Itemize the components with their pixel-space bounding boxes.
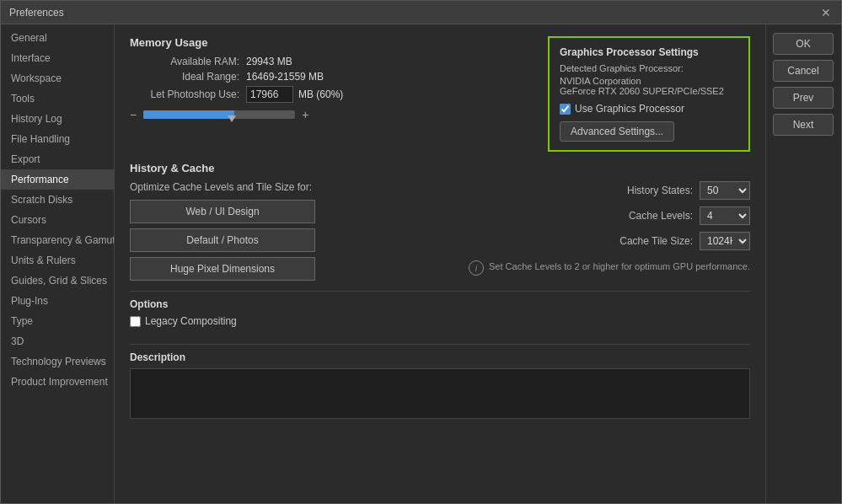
slider-plus-icon[interactable]: + [302,108,308,121]
let-photoshop-label: Let Photoshop Use: [130,88,239,100]
content-area: Memory Usage Available RAM: 29943 MB Ide… [115,24,765,503]
let-photoshop-row: Let Photoshop Use: MB (60%) [130,86,538,103]
cache-tile-row: Cache Tile Size: 1024K 512K [469,232,750,250]
slider-fill [143,110,234,119]
top-row: Memory Usage Available RAM: 29943 MB Ide… [130,36,750,152]
next-button[interactable]: Next [773,114,834,136]
available-ram-label: Available RAM: [130,56,239,67]
history-cache-section: History & Cache Optimize Cache Levels an… [130,162,750,281]
gpu-name: NVIDIA Corporation GeForce RTX 2060 SUPE… [560,76,738,96]
description-title: Description [130,351,750,363]
sidebar-item-general[interactable]: General [1,28,114,48]
cache-controls: Optimize Cache Levels and Tile Size for:… [130,181,452,281]
cache-tile-select[interactable]: 1024K 512K [700,232,750,250]
memory-usage-section: Memory Usage Available RAM: 29943 MB Ide… [130,36,538,152]
info-icon: i [469,260,484,276]
sidebar-item-3d[interactable]: 3D [1,331,114,351]
optimize-label: Optimize Cache Levels and Tile Size for: [130,181,452,193]
let-photoshop-unit: MB (60%) [298,88,343,100]
options-section: Options Legacy Compositing [130,291,750,334]
history-states-label: History States: [627,185,693,196]
history-states-row: History States: 50 100 [469,181,750,200]
ideal-range-value: 16469-21559 MB [246,71,324,83]
sidebar-item-scratch-disks[interactable]: Scratch Disks [1,190,114,210]
memory-usage-title: Memory Usage [130,36,538,49]
buttons-panel: OK Cancel Prev Next [765,24,841,503]
use-gpu-row: Use Graphics Processor [560,103,738,115]
gpu-name-line1: NVIDIA Corporation [560,76,641,86]
legacy-compositing-row: Legacy Compositing [130,315,750,327]
description-text [130,368,750,419]
advanced-settings-button[interactable]: Advanced Settings... [560,121,674,142]
sidebar-item-plug-ins[interactable]: Plug-Ins [1,291,114,311]
sidebar-item-workspace[interactable]: Workspace [1,68,114,88]
preferences-window: Preferences ✕ General Interface Workspac… [0,0,842,504]
sidebar-item-transparency-gamut[interactable]: Transparency & Gamut [1,230,114,250]
sidebar-item-units-rulers[interactable]: Units & Rulers [1,250,114,271]
history-cache-row: Optimize Cache Levels and Tile Size for:… [130,181,750,281]
cache-btn-web[interactable]: Web / UI Design [130,200,315,223]
titlebar: Preferences ✕ [1,1,841,24]
history-states-select[interactable]: 50 100 [700,181,750,200]
legacy-compositing-label: Legacy Compositing [145,315,237,327]
sidebar-item-cursors[interactable]: Cursors [1,210,114,230]
window-title: Preferences [9,7,64,19]
memory-slider[interactable] [143,110,295,119]
cache-levels-select[interactable]: 4 2 6 [700,206,750,225]
close-button[interactable]: ✕ [819,6,833,19]
sidebar-item-tools[interactable]: Tools [1,88,114,109]
prev-button[interactable]: Prev [773,87,834,109]
memory-slider-row: − + [130,108,538,121]
ideal-range-row: Ideal Range: 16469-21559 MB [130,71,538,83]
sidebar-item-guides-grid-slices[interactable]: Guides, Grid & Slices [1,271,114,291]
sidebar-item-export[interactable]: Export [1,149,114,169]
ideal-range-label: Ideal Range: [130,71,239,83]
slider-minus-icon[interactable]: − [130,108,137,121]
available-ram-row: Available RAM: 29943 MB [130,56,538,67]
ok-button[interactable]: OK [773,33,834,55]
legacy-compositing-checkbox[interactable] [130,316,141,327]
gpu-note-text: Set Cache Levels to 2 or higher for opti… [489,260,750,273]
use-gpu-checkbox[interactable] [560,104,571,115]
cache-btn-default[interactable]: Default / Photos [130,228,315,252]
cache-right: History States: 50 100 Cache Levels: 4 2 [469,181,750,281]
available-ram-value: 29943 MB [246,56,292,67]
sidebar: General Interface Workspace Tools Histor… [1,24,115,503]
sidebar-item-file-handling[interactable]: File Handling [1,129,114,149]
gpu-detected-label: Detected Graphics Processor: [560,63,738,73]
history-cache-title: History & Cache [130,162,750,174]
sidebar-item-interface[interactable]: Interface [1,48,114,68]
gpu-note: i Set Cache Levels to 2 or higher for op… [469,260,750,276]
cache-buttons-row: Web / UI Design Default / Photos Huge Pi… [130,200,315,281]
main-content: General Interface Workspace Tools Histor… [1,24,841,503]
gpu-name-line2: GeForce RTX 2060 SUPER/PCIe/SSE2 [560,86,724,96]
options-title: Options [130,298,750,310]
let-photoshop-input[interactable] [246,86,293,103]
slider-thumb [228,115,236,122]
sidebar-item-product-improvement[interactable]: Product Improvement [1,372,114,392]
cancel-button[interactable]: Cancel [773,60,834,82]
description-section: Description [130,344,750,419]
sidebar-item-type[interactable]: Type [1,311,114,331]
cache-levels-label: Cache Levels: [629,210,693,222]
cache-levels-row: Cache Levels: 4 2 6 [469,206,750,225]
sidebar-item-technology-previews[interactable]: Technology Previews [1,351,114,372]
gpu-title: Graphics Processor Settings [560,46,738,58]
sidebar-item-performance[interactable]: Performance [1,169,114,190]
sidebar-item-history-log[interactable]: History Log [1,109,114,129]
cache-tile-label: Cache Tile Size: [619,235,693,247]
gpu-settings-box: Graphics Processor Settings Detected Gra… [548,36,750,152]
use-gpu-label: Use Graphics Processor [575,103,684,115]
cache-btn-huge[interactable]: Huge Pixel Dimensions [130,257,315,281]
